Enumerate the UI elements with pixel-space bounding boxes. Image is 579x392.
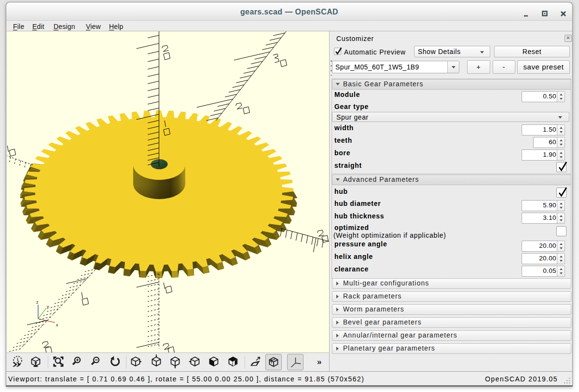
svg-text:x: x xyxy=(56,323,58,327)
svg-text:z: z xyxy=(36,300,39,305)
svg-text:y: y xyxy=(47,304,49,309)
svg-text:»: » xyxy=(317,357,321,366)
